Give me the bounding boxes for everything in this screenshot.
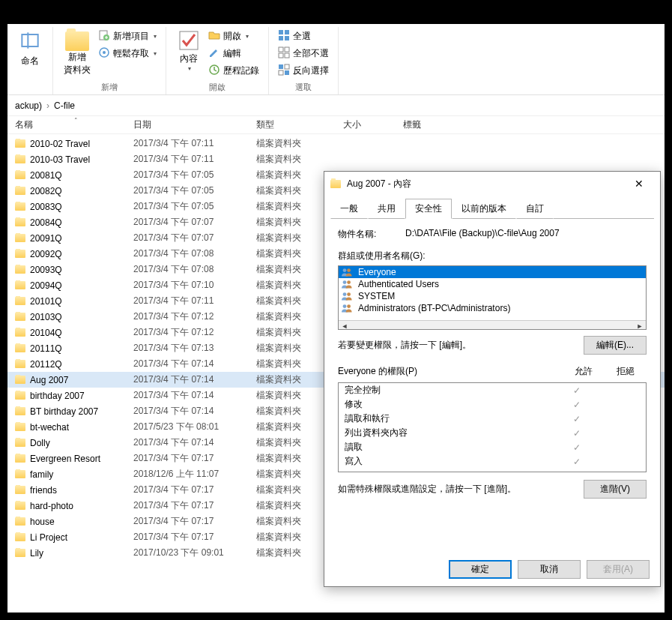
permission-row: 完全控制✓ <box>339 383 646 397</box>
file-name: Aug 2007 <box>30 375 68 385</box>
breadcrumb[interactable]: ackup) › C-file <box>7 95 665 116</box>
easy-access-icon <box>98 46 110 61</box>
file-type: 檔案資料夾 <box>256 153 343 166</box>
file-date: 2017/3/4 下午 07:17 <box>133 499 256 512</box>
permissions-listbox[interactable]: 完全控制✓修改✓讀取和執行✓列出資料夾內容✓讀取✓寫入✓ <box>338 382 647 472</box>
cancel-button[interactable]: 取消 <box>518 560 581 579</box>
object-name-value: D:\DATA\File (Backup)\C-file\Aug 2007 <box>405 228 647 241</box>
invert-selection-button[interactable]: 反向選擇 <box>275 63 332 79</box>
file-name: bt-wechat <box>30 422 69 433</box>
file-date: 2017/3/4 下午 07:13 <box>133 342 256 355</box>
breadcrumb-segment[interactable]: C-file <box>51 100 78 111</box>
edit-button[interactable]: 編輯 <box>205 46 262 61</box>
file-name: 20081Q <box>30 170 62 181</box>
file-name: house <box>30 517 55 527</box>
properties-button[interactable]: 內容 ▾ <box>172 27 205 73</box>
permission-name: 讀取和執行 <box>345 412 556 425</box>
allow-checkmark: ✓ <box>556 400 598 410</box>
advanced-button[interactable]: 進階(V) <box>584 480 647 499</box>
edit-permissions-button[interactable]: 編輯(E)... <box>584 336 647 355</box>
group-item[interactable]: Everyone <box>339 266 646 278</box>
breadcrumb-segment[interactable]: ackup) <box>12 100 45 111</box>
scroll-left-icon[interactable]: ◄ <box>339 322 351 330</box>
file-name: birthday 2007 <box>30 391 85 401</box>
scroll-right-icon[interactable]: ► <box>634 322 646 330</box>
object-name-label: 物件名稱: <box>338 228 405 241</box>
group-item[interactable]: Administrators (BT-PC\Administrators) <box>339 302 646 314</box>
folder-icon <box>15 502 25 510</box>
folder-icon <box>15 171 25 179</box>
tab-sharing[interactable]: 共用 <box>368 199 405 219</box>
column-header-name[interactable]: 名稱˄ <box>15 118 133 131</box>
ok-button[interactable]: 確定 <box>449 560 512 579</box>
file-date: 2017/5/23 下午 08:01 <box>133 421 256 433</box>
tab-customize[interactable]: 自訂 <box>516 199 554 219</box>
file-name: hard-photo <box>30 501 73 511</box>
horizontal-scrollbar[interactable]: ◄ ► <box>339 320 646 330</box>
permission-name: 完全控制 <box>345 384 556 397</box>
file-name: family <box>30 469 53 480</box>
group-name: Everyone <box>358 267 396 277</box>
column-header-size[interactable]: 大小 <box>343 118 403 131</box>
column-header-date[interactable]: 日期 <box>133 118 256 131</box>
tab-security[interactable]: 安全性 <box>405 199 452 219</box>
svg-rect-10 <box>279 36 283 40</box>
dialog-tabs: 一般 共用 安全性 以前的版本 自訂 <box>324 196 660 219</box>
rename-button[interactable]: 命名 <box>13 27 46 69</box>
invert-selection-icon <box>278 64 290 78</box>
group-item[interactable]: SYSTEM <box>339 290 646 302</box>
chevron-down-icon: ▾ <box>154 33 157 40</box>
file-date: 2017/3/4 下午 07:17 <box>133 452 256 465</box>
edit-icon <box>208 46 220 61</box>
groups-listbox[interactable]: EveryoneAuthenticated UsersSYSTEMAdminis… <box>338 265 647 330</box>
file-date: 2017/3/4 下午 07:12 <box>133 326 256 339</box>
dialog-title: Aug 2007 - 內容 <box>347 178 624 190</box>
groups-label: 群組或使用者名稱(G): <box>338 250 647 262</box>
new-item-icon <box>98 29 110 43</box>
apply-button[interactable]: 套用(A) <box>587 560 650 579</box>
svg-rect-11 <box>285 36 289 40</box>
history-icon <box>208 64 220 78</box>
select-none-button[interactable]: 全部不選 <box>275 46 332 61</box>
file-date: 2017/3/4 下午 07:11 <box>133 137 256 150</box>
file-date: 2017/3/4 下午 07:14 <box>133 358 256 370</box>
history-button[interactable]: 歷程記錄 <box>205 63 262 79</box>
file-name: 20093Q <box>30 265 62 275</box>
folder-icon <box>15 344 25 352</box>
easy-access-button[interactable]: 輕鬆存取▾ <box>95 46 160 61</box>
dialog-footer: 確定 取消 套用(A) <box>324 553 660 586</box>
file-date: 2017/3/4 下午 07:07 <box>133 232 256 244</box>
permission-row: 讀取和執行✓ <box>339 412 646 426</box>
file-row[interactable]: 2010-02 Travel2017/3/4 下午 07:11檔案資料夾 <box>7 136 665 151</box>
new-item-button[interactable]: 新增項目▾ <box>95 28 160 44</box>
file-date: 2017/3/4 下午 07:05 <box>133 169 256 181</box>
new-folder-button[interactable]: 新增 資料夾 <box>59 27 95 78</box>
file-name: 20111Q <box>30 343 62 354</box>
edit-hint: 若要變更權限，請按一下 [編輯]。 <box>338 339 584 352</box>
file-date: 2017/3/4 下午 07:14 <box>133 373 256 386</box>
close-button[interactable]: ✕ <box>624 173 654 194</box>
file-date: 2017/3/4 下午 07:08 <box>133 247 256 260</box>
group-item[interactable]: Authenticated Users <box>339 278 646 290</box>
select-all-button[interactable]: 全選 <box>275 28 332 44</box>
tab-general[interactable]: 一般 <box>330 199 368 219</box>
properties-icon <box>177 28 201 52</box>
svg-rect-9 <box>285 30 289 34</box>
permissions-for-label: Everyone 的權限(P) <box>338 365 563 378</box>
file-name: 20091Q <box>30 233 62 244</box>
ribbon: 命名 新增 資料夾 新增項目▾ 輕鬆存取▾ <box>7 24 665 95</box>
deny-column-header: 拒絕 <box>605 365 647 378</box>
file-name: 20084Q <box>30 217 62 228</box>
open-button[interactable]: 開啟▾ <box>205 28 262 44</box>
file-name: 20082Q <box>30 186 62 196</box>
file-date: 2017/3/4 下午 07:14 <box>133 405 256 418</box>
permission-name: 修改 <box>345 398 556 411</box>
folder-icon <box>65 31 89 51</box>
tab-previous-versions[interactable]: 以前的版本 <box>452 199 516 219</box>
file-date: 2017/3/4 下午 07:12 <box>133 310 256 323</box>
file-name: BT birthday 2007 <box>30 406 98 417</box>
file-row[interactable]: 2010-03 Travel2017/3/4 下午 07:11檔案資料夾 <box>7 151 665 167</box>
column-header-tags[interactable]: 標籤 <box>403 118 478 131</box>
column-header-type[interactable]: 類型 <box>256 118 343 131</box>
dialog-titlebar[interactable]: Aug 2007 - 內容 ✕ <box>324 172 660 196</box>
